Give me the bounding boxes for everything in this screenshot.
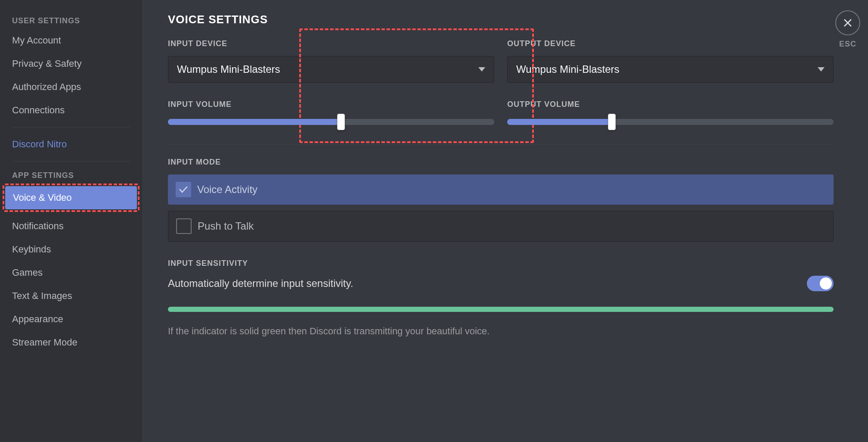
sidebar-item-discord-nitro[interactable]: Discord Nitro bbox=[4, 133, 138, 156]
sidebar-item-appearance[interactable]: Appearance bbox=[4, 308, 138, 331]
sidebar-divider bbox=[12, 161, 130, 162]
auto-sensitivity-toggle[interactable] bbox=[807, 276, 834, 291]
sensitivity-hint: If the indicator is solid green then Dis… bbox=[168, 326, 834, 337]
input-volume-slider[interactable] bbox=[168, 117, 494, 127]
checkbox-unchecked-icon bbox=[176, 218, 192, 234]
sidebar-item-keybinds[interactable]: Keybinds bbox=[4, 238, 138, 261]
settings-content: ESC VOICE SETTINGS INPUT DEVICE Wumpus M… bbox=[142, 0, 868, 442]
sidebar-highlight: Voice & Video bbox=[3, 184, 140, 212]
output-volume-label: OUTPUT VOLUME bbox=[507, 100, 834, 109]
output-device-label: OUTPUT DEVICE bbox=[507, 39, 834, 48]
input-mode-voice-activity[interactable]: Voice Activity bbox=[168, 174, 834, 205]
sensitivity-indicator bbox=[168, 307, 834, 312]
input-device-value: Wumpus Mini-Blasters bbox=[177, 63, 280, 75]
sidebar-header-user: USER SETTINGS bbox=[4, 12, 138, 29]
sidebar-item-my-account[interactable]: My Account bbox=[4, 29, 138, 52]
output-device-value: Wumpus Mini-Blasters bbox=[516, 63, 620, 75]
auto-sensitivity-text: Automatically determine input sensitivit… bbox=[168, 277, 353, 289]
close-icon bbox=[843, 18, 852, 28]
input-sensitivity-label: INPUT SENSITIVITY bbox=[168, 259, 834, 268]
chevron-down-icon bbox=[818, 67, 825, 72]
sidebar-item-streamer-mode[interactable]: Streamer Mode bbox=[4, 331, 138, 354]
output-volume-slider[interactable] bbox=[507, 117, 834, 127]
sidebar-header-app: APP SETTINGS bbox=[4, 167, 138, 184]
sidebar-item-text-images[interactable]: Text & Images bbox=[4, 284, 138, 308]
sidebar-item-voice-video[interactable]: Voice & Video bbox=[5, 186, 137, 209]
chevron-down-icon bbox=[478, 67, 485, 72]
checkbox-checked-icon bbox=[176, 182, 191, 197]
esc-label: ESC bbox=[839, 40, 856, 49]
input-mode-push-to-talk[interactable]: Push to Talk bbox=[168, 211, 834, 242]
sidebar-item-connections[interactable]: Connections bbox=[4, 99, 138, 122]
sidebar-item-privacy-safety[interactable]: Privacy & Safety bbox=[4, 52, 138, 75]
mode-label: Push to Talk bbox=[198, 220, 254, 232]
sidebar-item-notifications[interactable]: Notifications bbox=[4, 215, 138, 238]
input-mode-label: INPUT MODE bbox=[168, 158, 834, 167]
output-device-select[interactable]: Wumpus Mini-Blasters bbox=[507, 56, 834, 83]
sidebar-divider bbox=[12, 127, 130, 128]
close-button[interactable] bbox=[835, 10, 860, 35]
input-volume-label: INPUT VOLUME bbox=[168, 100, 494, 109]
toggle-knob bbox=[820, 277, 832, 289]
page-title: VOICE SETTINGS bbox=[168, 13, 834, 26]
input-device-select[interactable]: Wumpus Mini-Blasters bbox=[168, 56, 494, 83]
mode-label: Voice Activity bbox=[197, 184, 257, 196]
input-device-label: INPUT DEVICE bbox=[168, 39, 494, 48]
sidebar-item-authorized-apps[interactable]: Authorized Apps bbox=[4, 75, 138, 99]
settings-sidebar: USER SETTINGS My Account Privacy & Safet… bbox=[0, 0, 142, 442]
section-divider bbox=[168, 144, 834, 145]
sidebar-item-games[interactable]: Games bbox=[4, 261, 138, 284]
